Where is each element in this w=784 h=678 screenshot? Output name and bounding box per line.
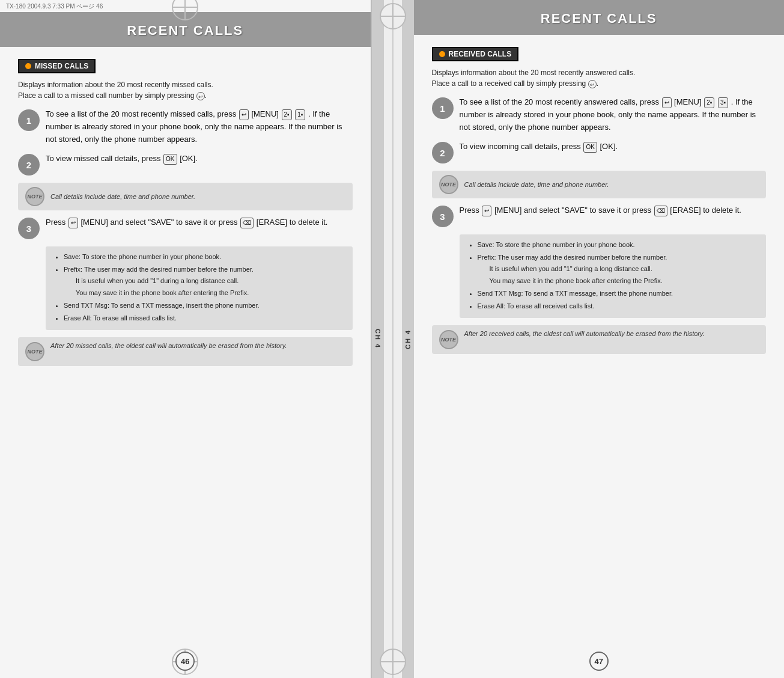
dot-icon: [25, 63, 31, 69]
received-calls-label: RECEIVED CALLS: [432, 47, 519, 61]
step2-icon-right: 2: [432, 142, 454, 163]
ok-btn-right: OK: [583, 142, 597, 153]
left-page-num-text: 46: [181, 657, 189, 666]
note-icon-left2: NOTE: [25, 342, 44, 361]
step1-icon-left: 1: [18, 109, 40, 131]
menu-btn-left: ↩: [239, 109, 249, 120]
right-bullet2b: It is useful when you add "1" during a l…: [490, 263, 759, 275]
ch4-tab-left-text: CH 4: [374, 329, 381, 349]
left-step1-text: To see a list of the 20 most recently mi…: [46, 108, 353, 145]
left-step3-text: Press ↩ [MENU] and select "SAVE" to save…: [46, 216, 353, 229]
right-step3-text: Press ↩ [MENU] and select "SAVE" to save…: [460, 204, 767, 217]
left-bullet3: Send TXT Msg: To send a TXT message, ins…: [64, 300, 345, 311]
right-note2-text: After 20 received calls, the oldest call…: [464, 330, 705, 337]
btn-2-left: 2▪: [282, 109, 292, 120]
left-step1: 1 To see a list of the 20 most recently …: [18, 108, 353, 145]
left-note2-text: After 20 missed calls, the oldest call w…: [50, 342, 287, 349]
press-label-right: Press: [460, 206, 479, 215]
right-step3: 3 Press ↩ [MENU] and select "SAVE" to sa…: [432, 204, 767, 227]
step2-icon-left: 2: [18, 154, 40, 176]
right-bullet1: Save: To store the phone number in your …: [478, 239, 759, 251]
right-bullet2c: You may save it in the phone book after …: [490, 275, 759, 287]
top-strip-text: TX-180 2004.9.3 7:33 PM ページ 46: [6, 3, 103, 10]
right-page-number: 47: [589, 652, 609, 671]
left-intro-line2: Place a call to a missed call number by …: [18, 91, 194, 100]
left-intro-line1: Displays information about the 20 most r…: [18, 81, 213, 89]
left-step2: 2 To view missed call details, press OK …: [18, 153, 353, 176]
right-header: RECENT CALLS: [414, 0, 785, 35]
btn-3-right: 3▪: [718, 97, 728, 108]
right-intro: Displays information about the 20 most r…: [432, 67, 767, 89]
left-note1: NOTE Call details include date, time and…: [18, 183, 353, 210]
left-step2-text: To view missed call details, press OK [O…: [46, 153, 353, 165]
right-bullet3: Send TXT Msg: To send a TXT message, ins…: [478, 288, 759, 299]
right-bullet-box: Save: To store the phone number in your …: [460, 234, 767, 317]
right-panel: RECENT CALLS RECEIVED CALLS Displays inf…: [414, 0, 785, 678]
press-label-left: Press: [46, 218, 65, 227]
menu-btn-left2: ↩: [68, 218, 78, 228]
ok-btn-left: OK: [163, 154, 177, 165]
received-calls-text: RECEIVED CALLS: [449, 50, 512, 58]
left-intro: Displays information about the 20 most r…: [18, 79, 353, 101]
left-bullet1: Save: To store the phone number in your …: [64, 251, 345, 263]
note-icon-left1: NOTE: [25, 187, 44, 206]
right-bottom-note: NOTE After 20 received calls, the oldest…: [432, 325, 767, 354]
page-container: TX-180 2004.9.3 7:33 PM ページ 46 RECENT CA…: [0, 0, 784, 678]
menu-btn-right: ↩: [662, 97, 672, 108]
right-intro-line2: Place a call to a received call by simpl…: [432, 79, 586, 88]
right-step1-text: To see a list of the 20 most recently an…: [460, 96, 767, 133]
right-intro-line1: Displays information about the 20 most r…: [432, 69, 636, 77]
missed-calls-text: MISSED CALLS: [35, 62, 88, 70]
right-page-num-text: 47: [595, 657, 603, 666]
menu-btn-right2: ↩: [482, 206, 491, 216]
right-bullet4: Erase All: To erase all received calls l…: [478, 301, 759, 312]
step1-icon-right: 1: [432, 97, 454, 119]
right-step1: 1 To see a list of the 20 most recently …: [432, 96, 767, 133]
left-panel: TX-180 2004.9.3 7:33 PM ページ 46 RECENT CA…: [0, 0, 372, 678]
left-note1-text: Call details include date, time and phon…: [50, 193, 195, 200]
left-bullet-box: Save: To store the phone number in your …: [46, 246, 353, 329]
step3-icon-left: 3: [18, 218, 40, 239]
left-step3: 3 Press ↩ [MENU] and select "SAVE" to sa…: [18, 216, 353, 239]
left-bottom-note: NOTE After 20 missed calls, the oldest c…: [18, 337, 353, 366]
right-title: RECENT CALLS: [414, 11, 785, 26]
erase-btn-right: ⌫: [654, 206, 667, 216]
left-page-number: 46: [175, 652, 195, 671]
ch4-tab-left: CH 4: [372, 0, 384, 678]
left-title: RECENT CALLS: [0, 23, 371, 38]
left-bullet2c: You may save it in the phone book after …: [76, 287, 345, 299]
divider: [384, 0, 402, 678]
ch4-tab-right-text: CH 4: [404, 329, 412, 349]
right-note1: NOTE Call details include date, time and…: [432, 171, 767, 198]
left-bullet2b: It is useful when you add "1" during a l…: [76, 275, 345, 287]
step3-icon-right: 3: [432, 206, 454, 227]
left-bullet2: Prefix: The user may add the desired num…: [64, 264, 345, 299]
btn-2-right: 2▪: [704, 97, 714, 108]
right-step2: 2 To view incoming call details, press O…: [432, 141, 767, 163]
erase-btn-left: ⌫: [240, 218, 254, 228]
dot-icon-right: [439, 51, 445, 57]
note-icon-right1: NOTE: [439, 175, 458, 194]
right-step2-text: To view incoming call details, press OK …: [460, 141, 767, 153]
missed-calls-label: MISSED CALLS: [18, 59, 96, 73]
note-icon-right2: NOTE: [439, 330, 458, 349]
ch4-tab-right: CH 4: [402, 0, 414, 678]
right-bullet2: Prefix: The user may add the desired num…: [478, 252, 759, 287]
left-bullet4: Erase All: To erase all missed calls lis…: [64, 313, 345, 324]
btn-1-left: 1▪: [295, 109, 305, 120]
right-note1-text: Call details include date, time and phon…: [464, 181, 609, 188]
